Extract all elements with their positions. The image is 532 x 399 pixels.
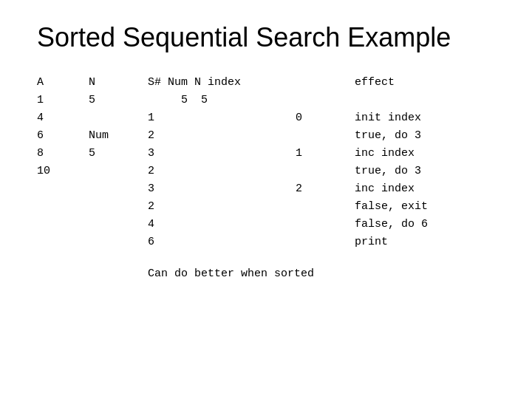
- effect-row-6: false, exit: [355, 198, 428, 216]
- table-row-2: 2: [148, 127, 296, 145]
- table-row-4: 2: [148, 163, 296, 180]
- col-n-val-9: [89, 233, 148, 251]
- effect-row-7: false, do 6: [355, 216, 428, 233]
- footer-note: Can do better when sorted: [148, 267, 495, 280]
- col-a-val-4: 8: [37, 145, 89, 163]
- index-val-2: 2: [296, 180, 355, 198]
- col-n: N 5 Num 5: [89, 74, 148, 251]
- index-blank-0: [296, 92, 355, 109]
- col-effect: effect init index true, do 3 inc index t…: [355, 74, 428, 251]
- effect-blank: [355, 92, 428, 109]
- page-title: Sorted Sequential Search Example: [37, 22, 495, 53]
- index-blank-4: [296, 216, 355, 233]
- col-n-val-4: 5: [89, 145, 148, 163]
- effect-header: effect: [355, 74, 428, 92]
- index-val-1: 1: [296, 145, 355, 163]
- effect-row-1: init index: [355, 109, 428, 127]
- col-n-val-7: [89, 198, 148, 216]
- table-row-1: 1: [148, 109, 296, 127]
- col-n-val-8: [89, 216, 148, 233]
- content-area: A 1 4 6 8 10 N 5 Num 5 S# Num N index 5 …: [37, 74, 495, 251]
- effect-row-2: true, do 3: [355, 127, 428, 145]
- page: Sorted Sequential Search Example A 1 4 6…: [0, 0, 532, 399]
- col-n-val-2: [89, 109, 148, 127]
- effect-row-3: inc index: [355, 145, 428, 163]
- col-a-val-2: 4: [37, 109, 89, 127]
- table-row-5: 3: [148, 180, 296, 198]
- table-header-row: S# Num N index: [148, 74, 296, 92]
- col-n-header: N: [89, 74, 148, 92]
- col-n-val-1: 5: [89, 92, 148, 109]
- table-subheader: 5 5: [148, 92, 296, 109]
- col-n-val-5: [89, 163, 148, 180]
- col-a: A 1 4 6 8 10: [37, 74, 89, 180]
- index-val-0: 0: [296, 109, 355, 127]
- index-blank-5: [296, 233, 355, 251]
- index-blank-2: [296, 163, 355, 180]
- effect-row-8: print: [355, 233, 428, 251]
- col-n-val-3: Num: [89, 127, 148, 145]
- table-row-6: 2: [148, 198, 296, 216]
- col-index: 0 1 2: [296, 74, 355, 251]
- col-a-val-1: 1: [37, 92, 89, 109]
- index-blank-3: [296, 198, 355, 216]
- index-blank-1: [296, 127, 355, 145]
- col-table: S# Num N index 5 5 1 2 3 2 3 2 4 6: [148, 74, 296, 251]
- col-n-val-6: [89, 180, 148, 198]
- col-a-header: A: [37, 74, 89, 92]
- table-row-7: 4: [148, 216, 296, 233]
- table-row-3: 3: [148, 145, 296, 163]
- table-row-8: 6: [148, 233, 296, 251]
- effect-row-5: inc index: [355, 180, 428, 198]
- col-a-val-3: 6: [37, 127, 89, 145]
- effect-row-4: true, do 3: [355, 163, 428, 180]
- col-a-val-5: 10: [37, 163, 89, 180]
- index-header: [296, 74, 355, 92]
